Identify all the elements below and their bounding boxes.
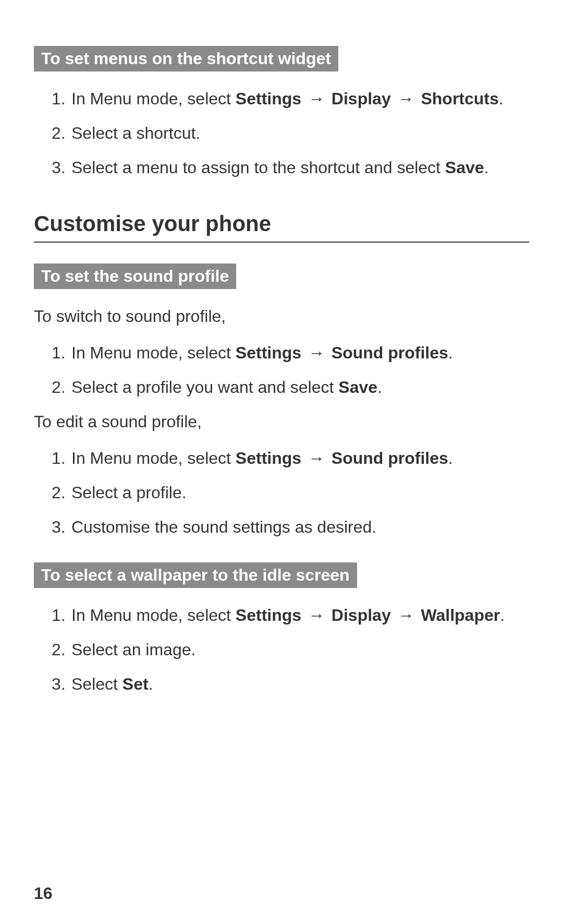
path-part: Settings <box>236 606 301 625</box>
list-text: Select a profile you want and select Sav… <box>71 375 529 400</box>
path-part: Settings <box>236 89 301 108</box>
list-num: 2. <box>52 375 71 400</box>
list-item: 2. Select an image. <box>34 637 529 662</box>
path-part: Sound profiles <box>332 343 448 362</box>
list-item: 3. Customise the sound settings as desir… <box>34 514 529 539</box>
list-num: 3. <box>52 514 71 539</box>
path-part: Sound profiles <box>332 449 448 467</box>
list-text: Select Set. <box>71 671 529 697</box>
list-num: 2. <box>52 480 71 505</box>
arrow-icon: → <box>306 603 327 628</box>
list-text: Select a menu to assign to the shortcut … <box>71 155 529 180</box>
list-item: 1. In Menu mode, select Settings → Sound… <box>34 446 529 471</box>
list-sound-switch: 1. In Menu mode, select Settings → Sound… <box>34 340 529 400</box>
text-pre: In Menu mode, select <box>71 606 236 625</box>
list-num: 1. <box>52 446 71 471</box>
path-part: Shortcuts <box>421 89 498 108</box>
list-item: 2. Select a shortcut. <box>34 121 529 146</box>
list-num: 3. <box>52 671 71 697</box>
list-text: Customise the sound settings as desired. <box>71 514 529 539</box>
list-text: In Menu mode, select Settings → Sound pr… <box>71 340 529 365</box>
text-post: . <box>149 675 153 693</box>
subheading-wallpaper: To select a wallpaper to the idle screen <box>34 562 357 588</box>
list-text: Select a shortcut. <box>71 121 529 146</box>
list-text: In Menu mode, select Settings → Display … <box>71 603 529 628</box>
list-text: Select an image. <box>71 637 529 662</box>
arrow-icon: → <box>396 86 417 111</box>
text-post: . <box>448 449 453 467</box>
bold-tail: Set <box>123 675 149 693</box>
arrow-icon: → <box>306 86 327 111</box>
list-text: Select a profile. <box>71 480 529 505</box>
text-post: . <box>448 343 453 362</box>
text-post: . <box>484 158 489 177</box>
text-post: . <box>377 378 382 397</box>
list-item: 1. In Menu mode, select Settings → Sound… <box>34 340 529 365</box>
section-heading-customise: Customise your phone <box>34 211 529 243</box>
text-pre: In Menu mode, select <box>71 449 236 467</box>
list-text: In Menu mode, select Settings → Display … <box>71 86 529 111</box>
path-part: Settings <box>236 449 301 467</box>
list-sound-edit: 1. In Menu mode, select Settings → Sound… <box>34 446 529 539</box>
bold-tail: Save <box>445 158 484 177</box>
list-num: 1. <box>52 86 71 111</box>
arrow-icon: → <box>306 340 327 365</box>
list-num: 2. <box>52 637 71 662</box>
path-part: Display <box>332 89 391 108</box>
list-num: 1. <box>52 603 71 628</box>
path-part: Settings <box>236 343 301 362</box>
path-part: Wallpaper <box>421 606 500 625</box>
list-item: 1. In Menu mode, select Settings → Displ… <box>34 86 529 111</box>
list-num: 1. <box>52 340 71 365</box>
list-item: 1. In Menu mode, select Settings → Displ… <box>34 603 529 628</box>
list-item: 2. Select a profile. <box>34 480 529 505</box>
list-num: 3. <box>52 155 71 180</box>
list-shortcut-widget: 1. In Menu mode, select Settings → Displ… <box>34 86 529 180</box>
text-pre: In Menu mode, select <box>71 89 236 108</box>
arrow-icon: → <box>396 603 417 628</box>
text-pre: In Menu mode, select <box>71 343 236 362</box>
subheading-shortcut-widget: To set menus on the shortcut widget <box>34 46 338 71</box>
page-number: 16 <box>34 884 53 903</box>
list-text: In Menu mode, select Settings → Sound pr… <box>71 446 529 471</box>
text-pre: Select a menu to assign to the shortcut … <box>71 158 445 177</box>
intro-text: To edit a sound profile, <box>34 409 529 434</box>
text-pre: Select <box>71 675 123 693</box>
list-item: 3. Select Set. <box>34 671 529 697</box>
list-num: 2. <box>52 121 71 146</box>
text-post: . <box>500 606 505 625</box>
path-part: Display <box>332 606 391 625</box>
text-pre: Select a profile you want and select <box>71 378 338 397</box>
intro-text: To switch to sound profile, <box>34 304 529 329</box>
text-post: . <box>499 89 504 108</box>
bold-tail: Save <box>338 378 377 397</box>
subheading-sound-profile: To set the sound profile <box>34 263 236 289</box>
list-wallpaper: 1. In Menu mode, select Settings → Displ… <box>34 603 529 697</box>
arrow-icon: → <box>306 446 327 471</box>
list-item: 2. Select a profile you want and select … <box>34 375 529 400</box>
list-item: 3. Select a menu to assign to the shortc… <box>34 155 529 180</box>
